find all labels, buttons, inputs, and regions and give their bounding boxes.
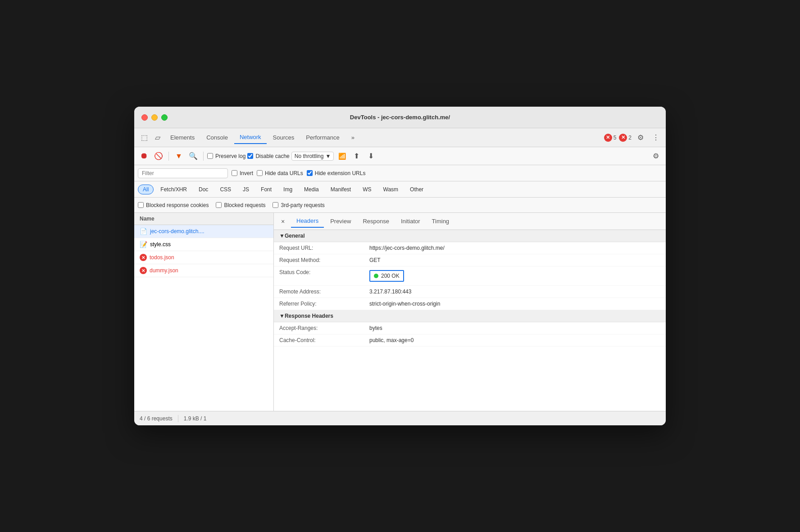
detail-value-cache-control: public, max-age=0	[369, 337, 660, 343]
blocked-cookies-label[interactable]: Blocked response cookies	[138, 202, 209, 208]
type-css-button[interactable]: CSS	[215, 185, 236, 194]
type-font-button[interactable]: Font	[256, 185, 277, 194]
record-button[interactable]: ⏺	[138, 150, 150, 162]
detail-key-referrer: Referrer Policy:	[279, 301, 369, 307]
throttle-selector[interactable]: No throttling ▼	[291, 152, 334, 161]
details-tab-initiator[interactable]: Initiator	[395, 215, 426, 227]
blocked-requests-label[interactable]: Blocked requests	[216, 202, 265, 208]
third-party-label[interactable]: 3rd-party requests	[273, 202, 324, 208]
filter-input[interactable]	[138, 168, 228, 178]
type-media-button[interactable]: Media	[299, 185, 324, 194]
filter-icon[interactable]: ▼	[173, 150, 185, 162]
third-party-checkbox[interactable]	[273, 202, 278, 208]
response-section-header[interactable]: ▼Response Headers	[274, 310, 666, 322]
status-bar: 4 / 6 requests 1.9 kB / 1	[134, 411, 666, 425]
details-tab-preview[interactable]: Preview	[325, 215, 356, 227]
maximize-button[interactable]	[161, 114, 168, 121]
details-tab-timing[interactable]: Timing	[427, 215, 455, 227]
type-ws-button[interactable]: WS	[358, 185, 376, 194]
cursor-icon[interactable]: ⬚	[138, 131, 150, 144]
blocked-cookies-checkbox[interactable]	[138, 202, 144, 208]
tab-performance[interactable]: Performance	[300, 131, 345, 144]
tabs-right: ✕ 5 ✕ 2 ⚙ ⋮	[604, 131, 662, 144]
status-highlight: 200 OK	[369, 270, 404, 282]
hide-extension-urls-label[interactable]: Hide extension URLs	[307, 170, 366, 176]
chevron-down-icon: ▼	[325, 153, 331, 159]
file-list-header: Name	[134, 213, 273, 225]
device-icon[interactable]: ▱	[151, 131, 164, 144]
file-list: Name 📄 jec-cors-demo.glitch.... 📝 style.…	[134, 213, 274, 411]
general-section-header[interactable]: ▼General	[274, 230, 666, 242]
devtools-window: DevTools - jec-cors-demo.glitch.me/ ⬚ ▱ …	[134, 107, 666, 425]
wifi-icon[interactable]: 📶	[336, 150, 348, 162]
error-icon-3: ✕	[140, 254, 147, 261]
clear-button[interactable]: 🚫	[152, 150, 165, 162]
preserve-log-label[interactable]: Preserve log	[207, 153, 245, 159]
error-icon-2: ✕	[619, 134, 627, 142]
search-icon[interactable]: 🔍	[187, 150, 200, 162]
blocked-bar: Blocked response cookies Blocked request…	[134, 198, 666, 213]
type-wasm-button[interactable]: Wasm	[378, 185, 404, 194]
detail-row-status: Status Code: 200 OK	[274, 266, 666, 286]
file-item-1[interactable]: 📄 jec-cors-demo.glitch....	[134, 225, 273, 238]
error-icon-4: ✕	[140, 267, 147, 274]
type-img-button[interactable]: Img	[278, 185, 297, 194]
error-badge-2: ✕ 2	[619, 134, 632, 142]
tab-network[interactable]: Network	[234, 131, 267, 144]
file-item-3[interactable]: ✕ todos.json	[134, 251, 273, 264]
status-dot	[374, 274, 378, 278]
detail-key-method: Request Method:	[279, 257, 369, 263]
type-manifest-button[interactable]: Manifest	[326, 185, 356, 194]
preserve-log-checkbox[interactable]	[207, 153, 213, 159]
type-js-button[interactable]: JS	[238, 185, 254, 194]
details-close-button[interactable]: ×	[277, 216, 288, 227]
network-toolbar: ⏺ 🚫 ▼ 🔍 Preserve log Disable cache No th…	[134, 147, 666, 165]
settings-gear-icon[interactable]: ⚙	[634, 131, 647, 144]
tab-elements[interactable]: Elements	[165, 131, 200, 144]
css-icon: 📝	[140, 241, 147, 248]
invert-label[interactable]: Invert	[232, 170, 253, 176]
detail-value-status: 200 OK	[381, 273, 400, 279]
hide-data-urls-checkbox[interactable]	[257, 170, 263, 176]
type-fetch-xhr-button[interactable]: Fetch/XHR	[155, 185, 192, 194]
detail-key-url: Request URL:	[279, 245, 369, 251]
requests-count: 4 / 6 requests	[140, 415, 173, 422]
blocked-requests-checkbox[interactable]	[216, 202, 222, 208]
download-icon[interactable]: ⬇	[364, 150, 377, 162]
detail-value-method: GET	[369, 257, 660, 263]
detail-key-accept-ranges: Accept-Ranges:	[279, 325, 369, 331]
tab-console[interactable]: Console	[201, 131, 233, 144]
type-all-button[interactable]: All	[138, 185, 154, 194]
upload-icon[interactable]: ⬆	[350, 150, 363, 162]
more-options-icon[interactable]: ⋮	[650, 131, 662, 144]
hide-data-urls-label[interactable]: Hide data URLs	[257, 170, 303, 176]
details-tab-response[interactable]: Response	[357, 215, 395, 227]
minimize-button[interactable]	[151, 114, 158, 121]
close-button[interactable]	[141, 114, 148, 121]
type-other-button[interactable]: Other	[405, 185, 428, 194]
detail-row-accept-ranges: Accept-Ranges: bytes	[274, 322, 666, 334]
network-settings-icon[interactable]: ⚙	[650, 150, 662, 162]
type-filter-bar: All Fetch/XHR Doc CSS JS Font Img Media …	[134, 181, 666, 198]
tab-more[interactable]: »	[346, 131, 360, 144]
file-item-4[interactable]: ✕ dummy.json	[134, 264, 273, 277]
doc-icon: 📄	[140, 228, 147, 235]
title-bar: DevTools - jec-cors-demo.glitch.me/	[134, 107, 666, 128]
type-doc-button[interactable]: Doc	[194, 185, 213, 194]
detail-key-status: Status Code:	[279, 269, 369, 275]
disable-cache-label[interactable]: Disable cache	[247, 153, 289, 159]
detail-value-referrer: strict-origin-when-cross-origin	[369, 301, 660, 307]
detail-row-address: Remote Address: 3.217.87.180:443	[274, 286, 666, 298]
detail-row-referrer: Referrer Policy: strict-origin-when-cros…	[274, 298, 666, 310]
detail-row-cache-control: Cache-Control: public, max-age=0	[274, 334, 666, 347]
detail-row-url: Request URL: https://jec-cors-demo.glitc…	[274, 242, 666, 254]
tab-sources[interactable]: Sources	[268, 131, 300, 144]
details-tab-headers[interactable]: Headers	[291, 215, 324, 228]
invert-checkbox[interactable]	[232, 170, 237, 176]
detail-key-cache-control: Cache-Control:	[279, 337, 369, 343]
file-item-2[interactable]: 📝 style.css	[134, 238, 273, 251]
detail-value-accept-ranges: bytes	[369, 325, 660, 331]
error-badge-1: ✕ 5	[604, 134, 617, 142]
disable-cache-checkbox[interactable]	[247, 153, 253, 159]
hide-extension-urls-checkbox[interactable]	[307, 170, 313, 176]
